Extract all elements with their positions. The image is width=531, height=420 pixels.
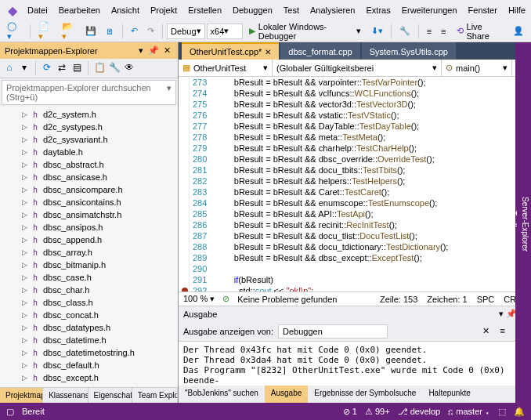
filter-icon[interactable]: ▤ xyxy=(70,61,83,74)
expand-caret-icon[interactable]: ▷ xyxy=(22,248,30,256)
menu-datei[interactable]: Datei xyxy=(22,2,53,18)
expand-caret-icon[interactable]: ▷ xyxy=(22,161,30,168)
menu-extras[interactable]: Extras xyxy=(360,2,396,18)
redo-button[interactable]: ↷ xyxy=(143,24,158,38)
doc-tab[interactable]: System.SysUtils.cpp xyxy=(362,42,456,60)
new-project-button[interactable]: 📄▾ xyxy=(34,19,56,44)
file-item[interactable]: ▷hdbsc_char.h xyxy=(0,284,178,296)
liveshare-button[interactable]: ⟲Live Share xyxy=(452,20,508,42)
file-item[interactable]: ▷hd2c_systypes.h xyxy=(0,121,178,133)
outdent-button[interactable]: ≡ xyxy=(437,24,450,38)
menu-bearbeiten[interactable]: Bearbeiten xyxy=(53,2,106,18)
nav-member-combo[interactable]: ⊙main()▾ xyxy=(442,60,512,76)
dropdown-icon[interactable]: ▾ xyxy=(136,45,146,56)
platform-combo[interactable]: x64 ▾ xyxy=(207,24,243,39)
file-item[interactable]: ▷hdbsc_array.h xyxy=(0,246,178,259)
expand-caret-icon[interactable]: ▷ xyxy=(22,123,30,131)
expand-caret-icon[interactable]: ▷ xyxy=(22,186,30,194)
close-panel-icon[interactable]: ✕ xyxy=(161,45,173,56)
expand-caret-icon[interactable]: ▷ xyxy=(22,261,30,269)
account-button[interactable]: 👤 xyxy=(509,24,528,38)
right-tab[interactable]: Server-Explorer xyxy=(519,190,531,258)
file-item[interactable]: ▷hdbsc_concat.h xyxy=(0,309,178,321)
doc-tab[interactable]: dbsc_format.cpp xyxy=(280,42,359,60)
zoom-combo[interactable]: 100 % ▾ xyxy=(183,294,215,304)
right-tab[interactable]: Benachrichtigungen xyxy=(496,183,508,265)
se-tab[interactable]: Projektmap... xyxy=(0,388,43,403)
file-item[interactable]: ▷hdbsc_case.h xyxy=(0,271,178,284)
menu-ansicht[interactable]: Ansicht xyxy=(106,2,145,18)
search-dropdown-icon[interactable]: ▾ xyxy=(167,83,172,102)
file-item[interactable]: ▷hd2c_sysvariant.h xyxy=(0,133,178,146)
error-count[interactable]: ⊘ 1 xyxy=(343,407,357,417)
indent-button[interactable]: ≡ xyxy=(423,24,435,38)
start-debugger-button[interactable]: ▶Lokaler Windows-Debugger ▾ xyxy=(244,20,366,42)
bottom-tab[interactable]: Haltepunkte xyxy=(422,386,476,403)
step-button[interactable]: ⬇▾ xyxy=(367,24,387,38)
close-tab-icon[interactable]: ✕ xyxy=(265,48,271,56)
build-button[interactable]: 🔧 xyxy=(396,24,414,38)
doc-tab[interactable]: OtherUnitTest.cpp*✕ xyxy=(182,42,279,60)
branch-develop[interactable]: ⎇ develop xyxy=(398,407,441,417)
output-content[interactable]: Der Thread 0x43fc hat mit Code 0 (0x0) g… xyxy=(179,342,531,386)
show-all-icon[interactable]: 📋 xyxy=(93,61,106,74)
expand-caret-icon[interactable]: ▷ xyxy=(22,236,30,244)
sync-icon[interactable]: ⇄ xyxy=(56,61,68,74)
expand-caret-icon[interactable]: ▷ xyxy=(22,349,30,357)
refresh-icon[interactable]: ⟳ xyxy=(41,61,53,74)
branch-master[interactable]: ⎌ master ▾ xyxy=(448,407,490,416)
file-item[interactable]: ▷hdbsc_datetimetostring.h xyxy=(0,346,178,359)
config-combo[interactable]: Debug ▾ xyxy=(167,24,204,39)
save-button[interactable]: 💾 xyxy=(81,24,100,38)
save-all-button[interactable]: 🗎 xyxy=(102,24,118,38)
se-tab[interactable]: Eigenschaft... xyxy=(88,388,132,403)
right-tab[interactable]: Diagnosetools xyxy=(472,193,484,255)
menu-erstellen[interactable]: Erstellen xyxy=(182,2,227,18)
open-button[interactable]: 📂▾ xyxy=(58,19,80,44)
code-editor[interactable]: 2732742752762772782792802812822832842852… xyxy=(179,77,531,291)
expand-caret-icon[interactable]: ▷ xyxy=(22,110,30,118)
menu-projekt[interactable]: Projekt xyxy=(145,2,182,18)
expand-caret-icon[interactable]: ▷ xyxy=(22,198,30,206)
expand-caret-icon[interactable]: ▷ xyxy=(22,223,30,231)
solution-explorer-search[interactable]: Projektmappen-Explorer durchsuchen (Strg… xyxy=(2,80,176,105)
file-item[interactable]: ▷hdbsc_append.h xyxy=(0,234,178,246)
expand-caret-icon[interactable]: ▷ xyxy=(22,311,30,319)
toggle-wrap-button[interactable]: ≡ xyxy=(497,324,509,338)
menu-hilfe[interactable]: Hilfe xyxy=(503,2,531,18)
bottom-tab[interactable]: "BobJenkins" suchen xyxy=(179,386,265,403)
file-item[interactable]: ▷hdbsc_class.h xyxy=(0,296,178,309)
menu-fenster[interactable]: Fenster xyxy=(463,2,503,18)
file-item[interactable]: ▷hdbsc_ansimatchstr.h xyxy=(0,208,178,221)
se-tab[interactable]: Klassenansi... xyxy=(43,388,88,403)
file-item[interactable]: ▷hdbsc_ansicase.h xyxy=(0,171,178,183)
solution-explorer-header[interactable]: Projektmappen-Explorer ▾ 📌 ✕ xyxy=(0,42,178,59)
undo-button[interactable]: ↶ xyxy=(127,24,142,38)
file-item[interactable]: ▷hdbsc_ansipos.h xyxy=(0,221,178,234)
expand-caret-icon[interactable]: ▷ xyxy=(22,136,30,143)
file-item[interactable]: ▷hdbsc_abstract.h xyxy=(0,158,178,171)
expand-caret-icon[interactable]: ▷ xyxy=(22,361,30,369)
bottom-tab[interactable]: Ausgabe xyxy=(265,386,308,403)
menu-debuggen[interactable]: Debuggen xyxy=(227,2,278,18)
expand-caret-icon[interactable]: ▷ xyxy=(22,148,30,156)
file-item[interactable]: ▷hdaytable.h xyxy=(0,146,178,158)
expand-caret-icon[interactable]: ▷ xyxy=(22,324,30,331)
right-tab[interactable]: Toolbox xyxy=(508,205,519,244)
expand-caret-icon[interactable]: ▷ xyxy=(22,211,30,219)
warning-count[interactable]: ⚠ 99+ xyxy=(365,407,390,417)
file-item[interactable]: ▷hdbsc_except.h xyxy=(0,371,178,384)
file-item[interactable]: ▷hdbsc_default.h xyxy=(0,359,178,371)
menu-erweiterungen[interactable]: Erweiterungen xyxy=(396,2,463,18)
file-item[interactable]: ▷hd2c_system.h xyxy=(0,108,178,121)
home-icon[interactable]: ⌂ xyxy=(3,61,16,74)
se-tab[interactable]: Team Explor... xyxy=(132,388,178,403)
solution-tree[interactable]: ▷hd2c_system.h▷hd2c_systypes.h▷hd2c_sysv… xyxy=(0,107,178,387)
clear-output-button[interactable]: ✕ xyxy=(479,324,493,339)
expand-caret-icon[interactable]: ▷ xyxy=(22,374,30,382)
right-tab[interactable]: Eigenschaften xyxy=(484,193,496,255)
expand-caret-icon[interactable]: ▷ xyxy=(22,273,30,281)
expand-caret-icon[interactable]: ▷ xyxy=(22,286,30,294)
menu-analysieren[interactable]: Analysieren xyxy=(305,2,360,18)
output-source-combo[interactable]: Debuggen xyxy=(278,324,388,339)
